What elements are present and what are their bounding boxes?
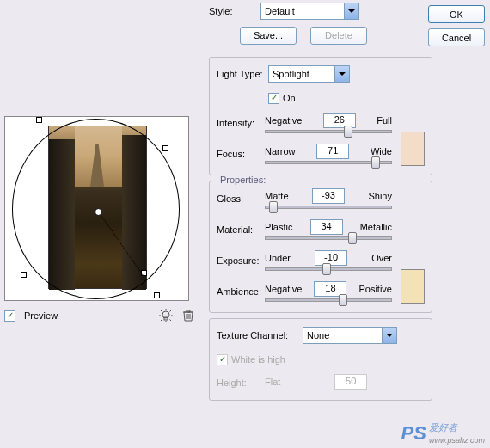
ok-button[interactable]: OK: [428, 5, 485, 23]
exposure-value[interactable]: -10: [315, 250, 347, 266]
height-value: 50: [334, 374, 367, 390]
cancel-button[interactable]: Cancel: [428, 28, 485, 46]
ambience-slider[interactable]: [265, 298, 392, 302]
gloss-left: Matte: [265, 191, 289, 201]
trash-icon[interactable]: [179, 306, 198, 325]
white-high-checkbox: [217, 354, 228, 365]
style-combo[interactable]: Default: [260, 3, 359, 20]
ambience-left: Negative: [265, 284, 302, 294]
save-button[interactable]: Save...: [240, 27, 297, 45]
texture-label: Texture Channel:: [217, 330, 303, 341]
preview-label: Preview: [24, 310, 58, 321]
focus-value[interactable]: 71: [316, 144, 349, 159]
watermark: PS 爱好者www.psahz.com: [401, 421, 485, 445]
exposure-slider[interactable]: [265, 267, 392, 271]
properties-title: Properties:: [217, 175, 269, 185]
exposure-label: Exposure:: [217, 255, 265, 266]
lightbulb-icon[interactable]: [156, 306, 175, 325]
gloss-value[interactable]: -93: [312, 188, 345, 204]
gloss-label: Gloss:: [217, 193, 265, 204]
height-left: Flat: [265, 377, 280, 387]
intensity-label: Intensity:: [217, 118, 265, 128]
ellipse-handle[interactable]: [162, 145, 168, 151]
focus-slider[interactable]: [265, 161, 392, 164]
material-right: Metallic: [360, 222, 392, 232]
focus-label: Focus:: [217, 149, 265, 159]
gloss-right: Shiny: [368, 191, 392, 201]
material-slider[interactable]: [265, 236, 392, 240]
ellipse-handle[interactable]: [154, 292, 160, 298]
focus-right: Wide: [371, 146, 392, 156]
ellipse-handle[interactable]: [36, 117, 42, 123]
white-high-label: White is high: [231, 354, 285, 365]
intensity-right: Full: [377, 115, 392, 126]
material-label: Material:: [217, 224, 265, 235]
ellipse-handle[interactable]: [21, 272, 27, 278]
material-left: Plastic: [265, 222, 292, 232]
exposure-right: Over: [371, 253, 392, 263]
preview-canvas[interactable]: [4, 116, 189, 301]
intensity-slider[interactable]: [265, 130, 392, 133]
height-label: Height:: [217, 377, 265, 388]
style-label: Style:: [209, 6, 260, 16]
light-type-label: Light Type:: [217, 69, 268, 79]
ambient-color-swatch[interactable]: [401, 269, 425, 304]
ambience-right: Positive: [358, 284, 392, 294]
texture-value: None: [307, 330, 329, 341]
on-label: On: [283, 93, 296, 103]
material-value[interactable]: 34: [310, 219, 343, 235]
delete-button: Delete: [310, 27, 367, 45]
on-checkbox[interactable]: [268, 93, 279, 104]
gloss-slider[interactable]: [265, 206, 392, 209]
ambience-label: Ambience:: [217, 286, 265, 297]
style-value: Default: [265, 6, 295, 16]
light-type-combo[interactable]: Spotlight: [268, 65, 350, 83]
focus-left: Narrow: [265, 146, 295, 156]
preview-checkbox[interactable]: [4, 310, 15, 322]
texture-combo[interactable]: None: [303, 327, 397, 344]
light-type-value: Spotlight: [273, 69, 309, 79]
light-center-handle[interactable]: [95, 208, 102, 216]
light-color-swatch[interactable]: [401, 132, 425, 166]
exposure-left: Under: [265, 253, 291, 263]
intensity-left: Negative: [265, 115, 302, 126]
